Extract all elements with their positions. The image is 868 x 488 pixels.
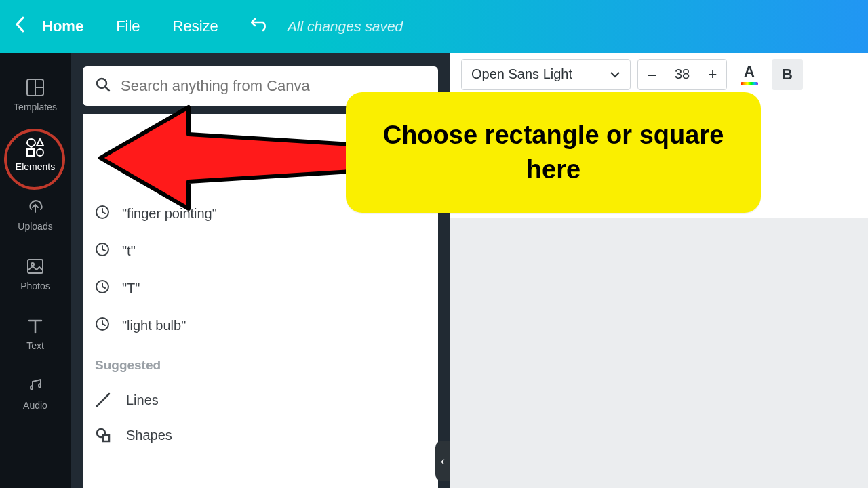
photos-icon: [25, 256, 45, 277]
clock-icon: [95, 242, 110, 260]
category-shapes[interactable]: Shapes: [95, 418, 426, 453]
size-decrease-button[interactable]: –: [638, 59, 665, 90]
sidebar-item-elements[interactable]: Elements: [0, 125, 71, 184]
file-menu[interactable]: File: [116, 18, 140, 35]
font-size-group: – 38 +: [637, 59, 727, 90]
sidebar-item-text[interactable]: Text: [0, 304, 71, 363]
recent-label: "T": [122, 281, 140, 296]
page-collapse-handle[interactable]: [435, 441, 450, 481]
sidebar-item-label: Text: [26, 340, 44, 351]
annotation-callout: Choose rectangle or square here: [346, 92, 761, 213]
home-menu[interactable]: Home: [42, 18, 83, 35]
undo-icon[interactable]: [251, 18, 271, 35]
templates-icon: [25, 77, 45, 98]
sidebar-item-label: Photos: [20, 281, 50, 291]
canvas-viewport[interactable]: [450, 218, 868, 488]
elements-icon: [25, 137, 45, 157]
color-spectrum-icon: [741, 82, 758, 85]
svg-rect-3: [27, 149, 34, 156]
svg-line-8: [105, 87, 109, 91]
recent-label: "light bulb": [122, 318, 186, 333]
font-name: Open Sans Light: [471, 66, 572, 82]
text-icon: [25, 316, 45, 336]
text-color-button[interactable]: A: [734, 59, 765, 90]
font-dropdown[interactable]: Open Sans Light: [461, 59, 631, 90]
sidebar-item-label: Uploads: [18, 221, 52, 232]
sidebar-item-photos[interactable]: Photos: [0, 244, 71, 304]
search-icon: [95, 77, 111, 96]
back-icon[interactable]: [14, 15, 26, 39]
svg-point-4: [37, 149, 43, 156]
clock-icon: [95, 279, 110, 298]
recent-search-item[interactable]: "t": [95, 232, 426, 270]
sidebar-item-templates[interactable]: Templates: [0, 65, 71, 125]
clock-icon: [95, 317, 110, 335]
sidebar-item-label: Audio: [23, 400, 47, 411]
category-label: Lines: [126, 392, 159, 408]
save-status: All changes saved: [288, 18, 403, 35]
recent-label: "t": [122, 243, 136, 259]
category-lines[interactable]: Lines: [95, 382, 426, 418]
svg-rect-5: [28, 260, 43, 273]
color-letter: A: [744, 63, 755, 81]
sidebar-item-label: Elements: [16, 161, 55, 172]
uploads-icon: [25, 197, 45, 217]
category-label: Shapes: [126, 428, 172, 443]
text-toolbar: Open Sans Light – 38 + A B: [450, 53, 868, 96]
bold-button[interactable]: B: [772, 59, 803, 90]
font-size-value[interactable]: 38: [665, 66, 699, 82]
sidebar-item-label: Templates: [14, 102, 57, 113]
shapes-icon: [95, 427, 114, 443]
svg-line-13: [97, 394, 109, 406]
lines-icon: [95, 392, 114, 408]
resize-menu[interactable]: Resize: [173, 18, 218, 35]
annotation-circle: [0, 125, 69, 194]
svg-point-6: [31, 263, 34, 266]
size-increase-button[interactable]: +: [699, 59, 726, 90]
chevron-down-icon: [610, 68, 620, 81]
sidebar-item-audio[interactable]: Audio: [0, 363, 71, 423]
recent-search-item[interactable]: "light bulb": [95, 307, 426, 344]
top-menu-bar: Home File Resize All changes saved: [0, 0, 868, 53]
callout-text: Choose rectangle or square here: [373, 118, 734, 188]
audio-icon: [25, 375, 45, 396]
recent-search-item[interactable]: "T": [95, 270, 426, 307]
suggested-heading: Suggested: [95, 344, 426, 382]
annotation-arrow-icon: [94, 100, 365, 216]
sidebar-item-uploads[interactable]: Uploads: [0, 184, 71, 244]
left-sidebar: Templates Elements Uploads: [0, 53, 71, 488]
